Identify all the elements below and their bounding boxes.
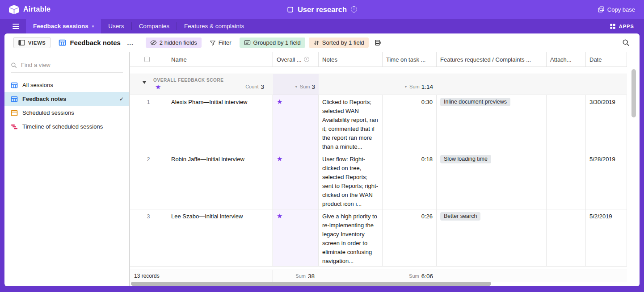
row-number[interactable]: 1 — [130, 95, 167, 152]
horizontal-scrollbar-thumb[interactable] — [131, 282, 491, 286]
cell-notes[interactable]: Clicked to Reports; selected WAN Availab… — [319, 95, 383, 152]
sum-label: Sum — [295, 273, 306, 279]
sum-value: 1:14 — [421, 83, 433, 90]
check-icon: ✓ — [119, 96, 124, 102]
cell-attachments[interactable] — [547, 152, 586, 209]
app-name[interactable]: Airtable — [23, 5, 51, 13]
search-icon[interactable] — [622, 39, 630, 46]
cell-time-on-task[interactable]: 0:18 — [383, 152, 437, 209]
timeline-view-icon — [11, 123, 18, 130]
star-icon: ★ — [277, 98, 282, 105]
cell-overall-rating[interactable]: ★ — [273, 209, 319, 266]
summary-bar: 13 records Sum 38 Sum 6:06 — [130, 270, 627, 282]
tab-label: Features & complaints — [184, 23, 244, 29]
filter-label: Filter — [219, 39, 232, 46]
info-icon[interactable]: i — [304, 57, 309, 62]
cell-name[interactable]: Lee Szabo—Initial interview — [167, 209, 273, 266]
sidebar-item-feedback-notes[interactable]: Feedback notes ✓ — [4, 92, 129, 106]
find-view-search[interactable] — [11, 58, 123, 73]
airtable-logo-icon[interactable] — [9, 5, 19, 14]
cell-notes[interactable]: Give a high priority to re-implementing … — [319, 209, 383, 266]
view-title[interactable]: Feedback notes — [70, 39, 120, 46]
cell-attachments[interactable] — [547, 209, 586, 266]
sort-label: Sorted by 1 field — [322, 39, 364, 46]
view-menu-button[interactable]: … — [127, 39, 134, 46]
sort-icon — [313, 40, 320, 46]
copy-base-button[interactable]: Copy base — [598, 6, 635, 13]
views-label: VIEWS — [28, 40, 46, 46]
feature-tag[interactable]: Better search — [440, 212, 480, 221]
cell-attachments[interactable] — [547, 95, 586, 152]
cell-features[interactable]: Better search — [437, 209, 547, 266]
cell-name[interactable]: Alexis Pham—Initial interview — [167, 95, 273, 152]
vertical-scrollbar-thumb[interactable] — [631, 69, 636, 117]
row-height-icon[interactable] — [375, 39, 382, 46]
sort-button[interactable]: Sorted by 1 field — [309, 38, 369, 48]
cell-date[interactable]: 3/30/2019 — [586, 95, 627, 152]
chevron-down-icon[interactable]: ▾ — [405, 85, 407, 89]
sum-label: Sum — [409, 84, 420, 89]
filter-button[interactable]: Filter — [205, 38, 236, 48]
chevron-down-icon[interactable]: ▾ — [295, 85, 297, 89]
tab-users[interactable]: Users — [101, 19, 131, 33]
tab-features-complaints[interactable]: Features & complaints — [177, 19, 251, 33]
column-header-features[interactable]: Features requested / Complaints ... — [437, 52, 547, 67]
grid-view: Name Overall ... i Notes Time on task ..… — [130, 52, 640, 286]
menu-icon[interactable] — [0, 19, 26, 33]
cell-notes[interactable]: User flow: Right-clicked on tree, select… — [319, 152, 383, 209]
hide-fields-icon — [150, 39, 157, 46]
content-panel: VIEWS Feedback notes … 2 hidden fields — [4, 33, 640, 286]
sidebar-item-all-sessions[interactable]: All sessions — [4, 78, 129, 92]
sidebar-toggle-icon — [18, 40, 25, 46]
cell-date[interactable]: 5/2/2019 — [586, 209, 627, 266]
grid-view-icon — [59, 39, 66, 46]
count-label: Count — [245, 84, 258, 89]
cell-overall-rating[interactable]: ★ — [273, 152, 319, 209]
row-number[interactable]: 2 — [130, 152, 167, 209]
hidden-fields-button[interactable]: 2 hidden fields — [146, 38, 202, 48]
apps-button[interactable]: APPS — [610, 19, 644, 33]
views-toggle-button[interactable]: VIEWS — [13, 37, 51, 48]
column-header-time-on-task[interactable]: Time on task ... — [383, 52, 437, 67]
cell-overall-rating[interactable]: ★ — [273, 95, 319, 152]
row-number[interactable]: 3 — [130, 209, 167, 266]
group-overall-sum[interactable]: ▾ Sum 3 — [273, 74, 315, 95]
column-header-name[interactable]: Name — [167, 52, 273, 67]
column-header-overall[interactable]: Overall ... i — [273, 52, 319, 67]
footer-overall-sum[interactable]: Sum 38 — [273, 273, 319, 279]
base-title[interactable]: User research — [298, 5, 347, 14]
cell-date[interactable]: 5/28/2019 — [586, 152, 627, 209]
info-icon[interactable]: i — [351, 6, 357, 13]
find-view-input[interactable] — [21, 62, 123, 68]
tab-feedback-sessions[interactable]: Feedback sessions ▾ — [26, 19, 101, 33]
column-header-attachments[interactable]: Attach... — [547, 52, 586, 67]
apps-label: APPS — [619, 24, 634, 29]
select-all-checkbox[interactable] — [144, 57, 150, 62]
table-row: 1 Alexis Pham—Initial interview ★ Clicke… — [130, 95, 627, 152]
footer-time-sum[interactable]: Sum 6:06 — [383, 273, 437, 279]
group-button[interactable]: Grouped by 1 field — [240, 38, 305, 48]
tab-label: Companies — [139, 23, 169, 29]
feature-tag[interactable]: Inline document previews — [440, 98, 510, 106]
cell-time-on-task[interactable]: 0:30 — [383, 95, 437, 152]
column-label: Overall ... — [277, 56, 302, 63]
cell-time-on-task[interactable]: 0:26 — [383, 209, 437, 266]
airtable-app: Airtable User research i Copy base Feedb… — [0, 0, 644, 292]
view-toolbar: VIEWS Feedback notes … 2 hidden fields — [4, 33, 640, 52]
sum-value: 3 — [311, 83, 315, 90]
tab-companies[interactable]: Companies — [132, 19, 177, 33]
sidebar-item-timeline[interactable]: Timeline of scheduled sessions — [4, 120, 129, 133]
copy-base-label: Copy base — [607, 6, 635, 13]
sidebar-item-scheduled-sessions[interactable]: Scheduled sessions — [4, 106, 129, 120]
cell-features[interactable]: Slow loading time — [437, 152, 547, 209]
group-time-sum[interactable]: ▾ Sum 1:14 — [383, 74, 433, 95]
cell-features[interactable]: Inline document previews — [437, 95, 547, 152]
chevron-down-icon[interactable]: ▾ — [92, 24, 94, 29]
column-header-date[interactable]: Date — [586, 52, 627, 67]
column-header-notes[interactable]: Notes — [319, 52, 383, 67]
count-value: 3 — [261, 83, 264, 90]
cell-name[interactable]: Robin Jaffe—Initial interview — [167, 152, 273, 209]
grid-header-row: Name Overall ... i Notes Time on task ..… — [130, 52, 627, 67]
feature-tag[interactable]: Slow loading time — [440, 155, 491, 163]
horizontal-scrollbar[interactable] — [130, 282, 640, 286]
